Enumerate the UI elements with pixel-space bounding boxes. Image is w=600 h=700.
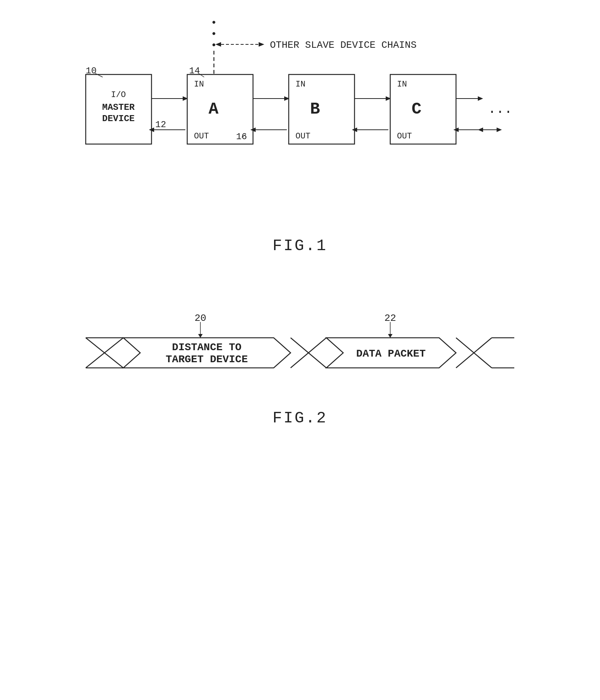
svg-line-25: [198, 73, 204, 77]
svg-marker-39: [352, 128, 357, 132]
svg-marker-47: [453, 128, 459, 132]
svg-line-14: [95, 73, 103, 77]
svg-text:OUT: OUT: [295, 132, 311, 141]
svg-text:•: •: [211, 17, 217, 29]
svg-text:OUT: OUT: [397, 132, 412, 141]
svg-rect-32: [289, 74, 355, 144]
svg-marker-37: [386, 96, 391, 101]
svg-marker-45: [478, 96, 483, 101]
svg-text:10: 10: [86, 66, 97, 76]
fig2-diagram: 20 DISTANCE TO TARGET DEVICE 22 DATA PAC…: [74, 300, 526, 405]
svg-text:OUT: OUT: [194, 132, 209, 141]
svg-marker-18: [149, 128, 154, 132]
svg-marker-31: [250, 128, 256, 132]
svg-text:DISTANCE TO: DISTANCE TO: [172, 342, 242, 353]
svg-marker-16: [183, 96, 188, 101]
svg-text:16: 16: [236, 132, 247, 142]
svg-text:I/O: I/O: [111, 90, 126, 100]
fig1-diagram: • • • OTHER SLAVE DEVICE CHAINS I/O MAST…: [74, 15, 526, 226]
svg-text:•: •: [211, 28, 217, 40]
fig1-title-text: FIG.1: [273, 237, 327, 255]
svg-line-27: [242, 135, 245, 137]
svg-text:B: B: [310, 100, 320, 118]
svg-text:MASTER: MASTER: [102, 102, 135, 112]
svg-text:IN: IN: [194, 80, 204, 89]
fig2-caption: FIG.2: [273, 409, 327, 427]
svg-text:...: ...: [488, 102, 512, 117]
svg-text:•: •: [211, 39, 217, 51]
svg-marker-50: [478, 128, 483, 132]
svg-text:OTHER SLAVE DEVICE CHAINS: OTHER SLAVE DEVICE CHAINS: [270, 39, 417, 51]
svg-text:TARGET DEVICE: TARGET DEVICE: [166, 354, 248, 365]
svg-text:IN: IN: [295, 80, 305, 89]
svg-rect-9: [86, 74, 152, 144]
svg-marker-67: [388, 334, 392, 338]
svg-marker-29: [284, 96, 289, 101]
page: • • • OTHER SLAVE DEVICE CHAINS I/O MAST…: [0, 0, 600, 700]
svg-marker-7: [259, 42, 264, 47]
svg-text:14: 14: [189, 66, 200, 76]
svg-text:C: C: [412, 100, 421, 118]
svg-text:A: A: [209, 100, 219, 118]
svg-marker-4: [211, 87, 217, 94]
fig2-title-text: FIG.2: [273, 409, 327, 427]
fig1-caption: FIG.1: [273, 237, 327, 255]
svg-text:DATA PACKET: DATA PACKET: [356, 348, 426, 360]
svg-text:IN: IN: [397, 80, 407, 89]
svg-text:12: 12: [155, 120, 166, 130]
svg-marker-49: [497, 128, 502, 132]
svg-text:DEVICE: DEVICE: [102, 114, 135, 124]
svg-marker-59: [198, 334, 203, 338]
svg-marker-6: [215, 42, 221, 47]
svg-rect-20: [187, 74, 253, 144]
svg-rect-40: [390, 74, 456, 144]
